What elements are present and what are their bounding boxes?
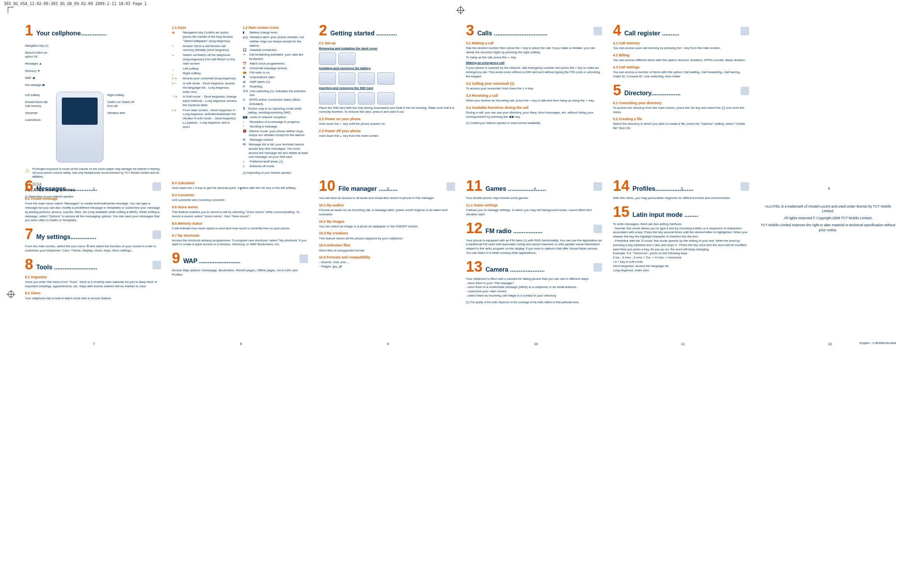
section-title: Tools ......................... [36, 263, 97, 272]
crop-mark [8, 7, 14, 13]
body-text: To access the directory from the main sc… [613, 106, 749, 115]
body-text: It will indicate how much space is used … [172, 227, 308, 231]
panel-6: 6 [755, 23, 902, 178]
sub-keys: 1.1 Keys [172, 25, 237, 30]
section-title: My settings............... [36, 233, 96, 241]
section-number: 12 [466, 221, 482, 236]
body-text: Your cellphone is fitted with a camera f… [466, 277, 602, 298]
sub-call-settings: 4.3 Call settings [613, 65, 749, 70]
panel-11: 14 Profiles...................... With t… [608, 178, 755, 334]
rights-text: TCT Mobile Limited reserves the right to… [760, 223, 896, 232]
body-text: Your Alcatel phone may include some game… [466, 196, 602, 201]
section-number: 3 [466, 23, 474, 38]
footnote: (1) The quality of the radio depends on … [466, 300, 602, 304]
body-text: It allows you to manage settings, in whi… [466, 208, 602, 217]
messages-icon [152, 182, 161, 191]
body-text: Store files of unsupported format. [319, 249, 455, 253]
body-text: Your phone is equipped with an FM radio … [466, 239, 602, 255]
section-number: 8 [25, 257, 33, 272]
icon-list: ▮Battery charge level. ((•))Vibration al… [243, 31, 308, 169]
section-number: 11 [466, 178, 482, 193]
footnote: (1) Depending on your network operator. [243, 171, 308, 174]
body-text: This feature enables you to record a cal… [172, 210, 308, 219]
warning-text: Prolonged exposure to music at full volu… [32, 167, 161, 179]
sub-creating-file: 5.2 Creating a file [613, 117, 749, 121]
settings-icon [152, 230, 161, 239]
wap-icon [299, 255, 308, 263]
footnote: (1) Contact your network operator to che… [466, 121, 602, 125]
sub-icons: 1.2 Main screen icons [243, 25, 308, 30]
directory-icon [741, 87, 749, 95]
body-text: From the main menu select "Messages" to … [25, 202, 161, 223]
section-title: Getting started ............ [330, 29, 397, 38]
section-number: 2 [319, 23, 327, 38]
registration-mark-top [457, 7, 464, 13]
body-text: Hold down the ⌙ key until the phone powe… [319, 122, 455, 126]
sub-voice-memo: 8.5 Voice memo [172, 205, 308, 209]
legal-block: ALCATEL is a trademark of Alcatel-Lucent… [760, 178, 896, 232]
sub-calculator: 8.3 Calculator [172, 181, 308, 185]
panel-4: 3 Calls ............................... … [460, 23, 608, 178]
body-text: You can access a number of items with th… [613, 70, 749, 79]
body-text: When you receive an incoming call, press… [466, 99, 602, 103]
warning-icon: ⚠ [25, 167, 30, 179]
sub-power-off: 2.3 Power off your phone [319, 129, 455, 133]
sub-battery: Installing and removing the battery [319, 66, 455, 71]
sub-power-on: 2.2 Power on your phone [319, 117, 455, 121]
sub-consulting: 5.1 Consulting your directory [613, 101, 749, 105]
diagram-sim [319, 92, 455, 105]
section-title: Directory................. [624, 89, 681, 98]
keys-table: ◉Navigation key Confirm an option (press… [172, 31, 237, 129]
page-number: 11 [681, 342, 685, 346]
body-text: Once you enter this menu from "Tools", t… [25, 280, 161, 289]
body-text: Hold down the ⌙ key from the main screen… [319, 134, 455, 138]
trademark-text: ALCATEL is a trademark of Alcatel-Lucent… [760, 204, 896, 213]
phone-icon [594, 27, 602, 35]
phone-labels-left2: Left softkey Answer/Send call Call memor… [25, 90, 52, 126]
panel-9: 10 File manager ........... You will hav… [313, 178, 460, 334]
body-text: To write messages, there are two writing… [613, 222, 749, 273]
profiles-icon [741, 182, 749, 191]
section-title: Messages ................. [36, 185, 97, 193]
sub-creations: 10.3 My creations [319, 231, 455, 236]
diagram-back-cover [319, 52, 455, 65]
section-number: 15 [613, 204, 629, 219]
lang-code: English - CJB30M1ALAAA [860, 341, 896, 345]
sub-unknown: 10.4 Unknown files [319, 243, 455, 248]
page-number: 12 [828, 342, 832, 346]
page-number: 9 [387, 342, 389, 346]
body-text: During a call, you can use your director… [466, 111, 602, 119]
sub-billing: 4.2 Billing [613, 53, 749, 58]
panel-2: 1.1 Keys ◉Navigation key Confirm an opti… [166, 23, 313, 178]
body-text: You can select an image or a photo as wa… [319, 225, 455, 229]
copyright-text: All rights reserved © Copyright 2008 TCT… [760, 216, 896, 220]
phone-labels-right: Right softkey Switch on/ Switch off End … [107, 90, 135, 119]
sub-organizer: 8.1 Organizer [25, 275, 161, 279]
panel-12: ALCATEL is a trademark of Alcatel-Lucent… [755, 178, 902, 334]
call-register-icon [741, 27, 749, 35]
radio-icon [594, 225, 602, 233]
sub-making-call: 3.1 Making a call [466, 41, 602, 45]
section-title: Latin input mode ........ [632, 211, 698, 219]
section-title: FM radio ................. [485, 227, 543, 236]
body-text: You can access your call memory by press… [613, 46, 749, 51]
section-number: 5 [613, 83, 621, 98]
sub-audios: 10.1 My audios [319, 203, 455, 208]
body-text: Access the shortcuts already programmed.… [172, 239, 308, 247]
body-text: Access Wap options: Homepage, Bookmarks,… [172, 269, 308, 277]
phone-labels-left: Navigation key (1) Menu/Confirm an optio… [25, 41, 52, 90]
section-title: Camera .................... [485, 265, 545, 274]
page-number: 7 [93, 342, 95, 346]
sub-alarm: 8.2 Alarm [25, 291, 161, 295]
section-title: Your cellphone............... [36, 29, 107, 38]
sub-receiving: 3.3 Receiving a call [466, 93, 602, 98]
panel-7: 6 Messages ................. 6.1 Create … [19, 178, 166, 334]
section-title: Call register .......... [624, 29, 679, 38]
body-text: - Sounds: midi, amr, ... - Images: jpg, … [319, 260, 455, 269]
registration-mark-left [8, 291, 14, 297]
sub-setup: 2.1 Set-up [319, 41, 455, 45]
section-title: Games ...................... [485, 185, 546, 193]
games-icon [594, 182, 602, 191]
body-text: With this menu, you may personalise ring… [613, 196, 749, 201]
sub-functions: 3.4 Available functions during the call [466, 105, 602, 110]
